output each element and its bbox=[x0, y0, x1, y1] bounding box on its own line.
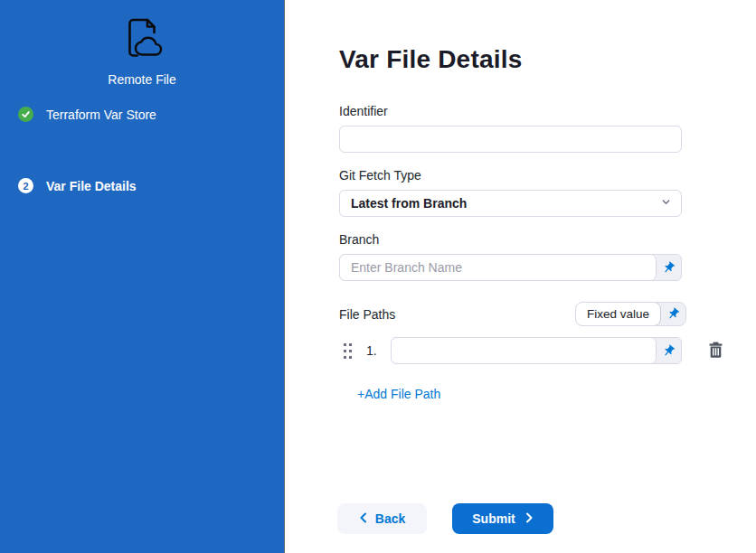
file-path-input[interactable] bbox=[392, 338, 656, 363]
wizard-steps: Terraform Var Store 2 Var File Details bbox=[0, 107, 284, 193]
step-label: Var File Details bbox=[46, 179, 137, 193]
fixed-value-button[interactable]: Fixed value bbox=[575, 302, 661, 326]
var-file-details-panel: Var File Details Identifier Git Fetch Ty… bbox=[285, 0, 756, 553]
delete-row-button[interactable] bbox=[708, 342, 723, 361]
file-path-row: 1. bbox=[339, 337, 756, 364]
file-path-multitype-pin-button[interactable] bbox=[656, 338, 681, 363]
step-terraform-var-store[interactable]: Terraform Var Store bbox=[0, 107, 284, 122]
back-button-label: Back bbox=[375, 511, 405, 526]
git-fetch-type-label: Git Fetch Type bbox=[339, 168, 682, 183]
step-complete-check-icon bbox=[18, 107, 33, 122]
git-fetch-type-value: Latest from Branch bbox=[351, 196, 467, 211]
branch-multitype-pin-button[interactable] bbox=[656, 255, 681, 280]
remote-file-cloud-icon bbox=[118, 14, 165, 65]
branch-input[interactable] bbox=[340, 255, 656, 280]
git-fetch-type-select[interactable]: Latest from Branch bbox=[339, 190, 682, 217]
wizard-type-label: Remote File bbox=[0, 72, 284, 87]
branch-label: Branch bbox=[339, 232, 682, 247]
trash-icon bbox=[708, 342, 723, 361]
identifier-input[interactable] bbox=[339, 126, 682, 153]
row-index: 1. bbox=[366, 343, 379, 358]
add-file-path-link[interactable]: +Add File Path bbox=[357, 387, 440, 401]
file-path-input-group bbox=[391, 337, 682, 364]
chevron-left-icon bbox=[359, 511, 367, 526]
branch-input-group bbox=[339, 254, 682, 281]
step-label: Terraform Var Store bbox=[46, 108, 156, 122]
submit-button-label: Submit bbox=[472, 511, 515, 526]
chevron-down-icon bbox=[660, 195, 672, 211]
wizard-sidebar: Remote File Terraform Var Store 2 Var Fi… bbox=[0, 0, 285, 553]
drag-handle[interactable] bbox=[344, 343, 352, 359]
submit-button[interactable]: Submit bbox=[452, 503, 553, 534]
file-paths-multitype-group: Fixed value bbox=[575, 302, 686, 326]
file-paths-multitype-pin-button[interactable] bbox=[661, 303, 685, 325]
step-var-file-details[interactable]: 2 Var File Details bbox=[0, 178, 284, 193]
step-number-badge: 2 bbox=[18, 178, 33, 193]
page-title: Var File Details bbox=[339, 45, 756, 74]
file-paths-label: File Paths bbox=[339, 307, 395, 322]
identifier-label: Identifier bbox=[339, 104, 682, 118]
chevron-right-icon bbox=[525, 511, 534, 526]
back-button[interactable]: Back bbox=[337, 503, 427, 534]
